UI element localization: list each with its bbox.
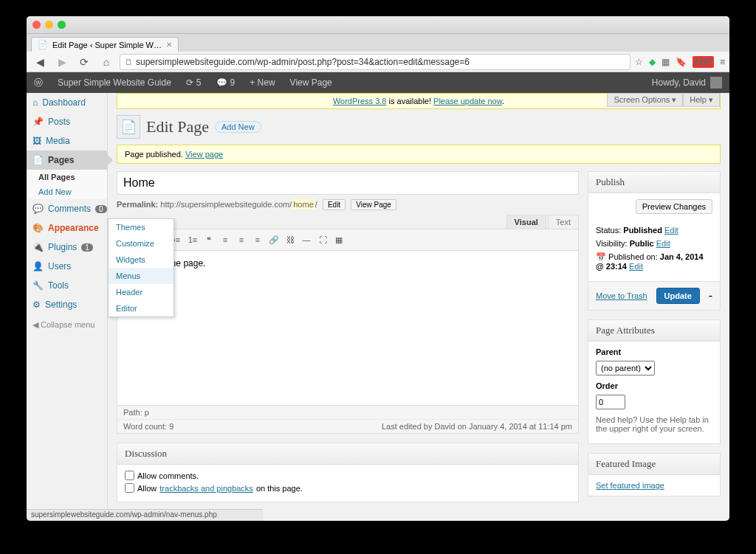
- flyout-customize[interactable]: Customize: [109, 235, 173, 252]
- order-input[interactable]: [596, 395, 625, 409]
- star-icon[interactable]: ☆: [635, 57, 643, 67]
- page-icon: 📄: [117, 115, 140, 139]
- avatar: [710, 77, 722, 89]
- editor-status: Path: p Word count: 9Last edited by Davi…: [117, 406, 579, 434]
- editor-toolbar: B I S •≡ 1≡ ❝ ≡ ≡ ≡ 🔗 ⛓ — ⛶: [117, 229, 579, 251]
- flyout-editor[interactable]: Editor: [109, 300, 173, 316]
- edit-visibility-link[interactable]: Edit: [656, 239, 670, 248]
- menu-arrow-icon: [107, 154, 113, 166]
- page-icon: 🗋: [125, 58, 133, 66]
- flyout-themes[interactable]: Themes: [109, 219, 173, 235]
- url-text: supersimplewebsiteguide.com/wp-admin/pos…: [136, 57, 470, 67]
- help-button[interactable]: Help ▾: [683, 93, 720, 107]
- screen-options-button[interactable]: Screen Options ▾: [607, 93, 683, 107]
- update-notice: WordPress 3.8 is available! Please updat…: [117, 93, 721, 109]
- parent-select[interactable]: (no parent): [596, 361, 655, 375]
- featured-image-box: Featured Image Set featured image: [588, 453, 721, 496]
- site-name-link[interactable]: Super Simple Website Guide: [50, 72, 179, 93]
- menu-tools[interactable]: 🔧 Tools: [27, 276, 107, 295]
- content-area: WordPress 3.8 is available! Please updat…: [108, 93, 729, 509]
- content-editor[interactable]: our new home page.: [117, 251, 579, 406]
- title-input[interactable]: [117, 171, 579, 195]
- forward-button[interactable]: ▶: [53, 55, 71, 69]
- menu-dashboard[interactable]: ⌂ Dashboard: [27, 93, 107, 112]
- link-icon[interactable]: 🔗: [267, 232, 281, 247]
- edit-date-link[interactable]: Edit: [629, 262, 643, 271]
- update-now-link[interactable]: Please update now: [433, 97, 502, 105]
- quote-icon[interactable]: ❝: [202, 232, 216, 247]
- kitchen-sink-icon[interactable]: ▦: [331, 232, 346, 247]
- submenu-add-new[interactable]: Add New: [27, 184, 107, 199]
- menu-icon[interactable]: ≡: [720, 57, 725, 67]
- attrs-help-text: Need help? Use the Help tab in the upper…: [596, 415, 712, 433]
- tag-icon[interactable]: 🔖: [676, 57, 687, 67]
- add-new-button[interactable]: Add New: [215, 121, 261, 133]
- align-right-icon[interactable]: ≡: [250, 232, 265, 247]
- menu-settings[interactable]: ⚙ Settings: [27, 295, 107, 314]
- url-bar[interactable]: 🗋 supersimplewebsiteguide.com/wp-admin/p…: [120, 54, 630, 70]
- collapse-menu[interactable]: ◀ Collapse menu: [27, 314, 107, 336]
- browser-statusbar: supersimplewebsiteguide.com/wp-admin/nav…: [27, 509, 263, 521]
- ol-icon[interactable]: 1≡: [185, 232, 200, 247]
- menu-pages[interactable]: 📄 Pages: [27, 150, 107, 170]
- flyout-widgets[interactable]: Widgets: [109, 252, 173, 268]
- close-tab-icon[interactable]: ✕: [166, 41, 172, 49]
- browser-tab[interactable]: 📄 Edit Page ‹ Super Simple W… ✕: [31, 37, 179, 52]
- flyout-header[interactable]: Header: [109, 284, 173, 300]
- discussion-box: Discussion Allow comments. Allow trackba…: [117, 443, 579, 502]
- allow-comments-checkbox[interactable]: Allow comments.: [125, 471, 571, 480]
- fullscreen-icon[interactable]: ⛶: [315, 232, 330, 247]
- menu-comments[interactable]: 💬 Comments 0: [27, 199, 107, 218]
- publish-box: Publish Preview Changes Status: Publishe…: [588, 171, 721, 311]
- view-page-link[interactable]: View Page: [283, 72, 340, 93]
- back-button[interactable]: ◀: [31, 55, 49, 69]
- howdy-user[interactable]: Howdy, David: [645, 77, 729, 89]
- minimize-window-button[interactable]: [45, 21, 53, 29]
- page-title: Edit Page: [146, 117, 209, 136]
- discussion-heading: Discussion: [117, 443, 578, 465]
- edit-permalink-button[interactable]: Edit: [323, 199, 346, 210]
- appearance-flyout: Themes Customize Widgets Menus Header Ed…: [108, 218, 174, 317]
- trackbacks-link[interactable]: trackbacks and pingbacks: [159, 484, 253, 493]
- abp-icon[interactable]: ABP: [693, 56, 714, 68]
- wp-version-link[interactable]: WordPress 3.8: [333, 97, 387, 105]
- move-to-trash-link[interactable]: Move to Trash: [596, 291, 647, 300]
- menu-posts[interactable]: 📌 Posts: [27, 112, 107, 131]
- reload-button[interactable]: ⟳: [75, 55, 93, 69]
- attrs-heading: Page Attributes: [588, 320, 720, 342]
- grid-icon[interactable]: ▦: [662, 57, 670, 67]
- view-page-link-notice[interactable]: View page: [185, 150, 223, 159]
- close-window-button[interactable]: [32, 21, 41, 29]
- updates-link[interactable]: ⟳ 5: [179, 72, 209, 93]
- view-page-button[interactable]: View Page: [351, 199, 396, 210]
- tab-strip: 📄 Edit Page ‹ Super Simple W… ✕: [27, 34, 729, 52]
- featured-heading: Featured Image: [588, 454, 720, 475]
- menu-users[interactable]: 👤 Users: [27, 257, 107, 276]
- unlink-icon[interactable]: ⛓: [283, 232, 298, 247]
- page-header: 📄 Edit Page Add New: [117, 115, 721, 139]
- menu-appearance[interactable]: 🎨 Appearance: [27, 218, 107, 238]
- tab-visual[interactable]: Visual: [506, 215, 546, 229]
- comments-link[interactable]: 💬 9: [209, 72, 243, 93]
- allow-trackbacks-checkbox[interactable]: Allow trackbacks and pingbacks on this p…: [125, 483, 571, 493]
- flyout-menus[interactable]: Menus: [109, 268, 173, 284]
- new-link[interactable]: + New: [242, 72, 282, 93]
- align-left-icon[interactable]: ≡: [218, 232, 233, 247]
- submenu-all-pages[interactable]: All Pages: [27, 170, 107, 184]
- edit-status-link[interactable]: Edit: [664, 226, 678, 235]
- preview-button[interactable]: Preview Changes: [636, 199, 712, 214]
- update-button[interactable]: Update: [656, 288, 700, 304]
- tab-text[interactable]: Text: [548, 215, 579, 229]
- wp-logo-icon[interactable]: ⓦ: [27, 72, 50, 93]
- page-attributes-box: Page Attributes Parent (no parent) Order…: [588, 319, 721, 444]
- menu-plugins[interactable]: 🔌 Plugins 1: [27, 238, 107, 257]
- set-featured-link[interactable]: Set featured image: [596, 481, 664, 490]
- permalink-row: Permalink: http://supersimplewebsiteguid…: [117, 195, 579, 215]
- evernote-icon[interactable]: ◆: [649, 57, 656, 67]
- menu-media[interactable]: 🖼 Media: [27, 131, 107, 150]
- align-center-icon[interactable]: ≡: [234, 232, 249, 247]
- maximize-window-button[interactable]: [58, 21, 66, 29]
- window-controls: [32, 21, 66, 29]
- home-button[interactable]: ⌂: [97, 55, 115, 69]
- more-icon[interactable]: —: [299, 232, 314, 247]
